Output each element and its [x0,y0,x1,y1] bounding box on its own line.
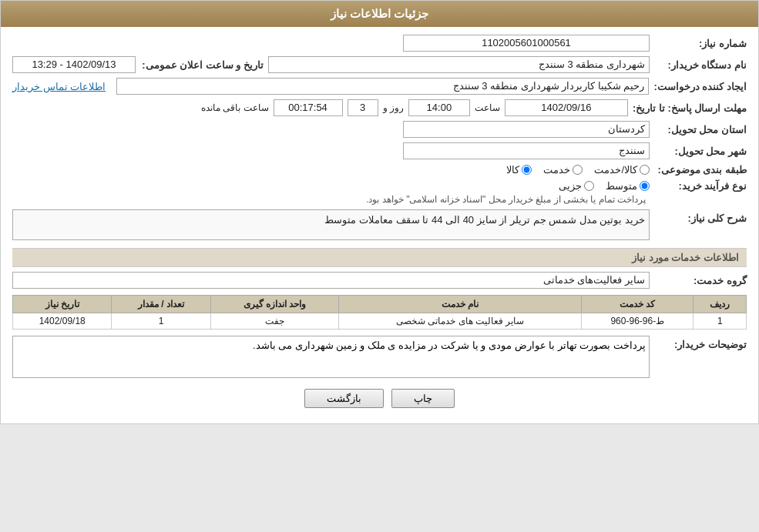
response-date: 1402/09/16 [505,99,628,116]
need-number-label: شماره نیاز: [654,38,747,49]
col-date: تاریخ نیاز [13,296,112,313]
city-value: سنندج [403,142,650,159]
col-unit: واحد اندازه گیری [210,296,338,313]
requester-value: رحیم شکیبا کاربردار شهرداری منطقه 3 سنند… [116,78,649,95]
radio-khedmat[interactable]: خدمت [543,164,583,176]
radio-jozi[interactable]: جزیی [559,180,594,192]
remaining-time-label: ساعت باقی مانده [201,102,269,113]
radio-kala[interactable]: کالا [506,164,532,176]
service-group-label: گروه خدمت: [654,275,747,286]
buyer-org-label: نام دستگاه خریدار: [654,59,747,71]
header-title: جزئیات اطلاعات نیاز [331,7,428,20]
city-label: شهر محل تحویل: [654,146,747,157]
announce-date-label: تاریخ و ساعت اعلان عمومی: [140,59,264,71]
services-table: ردیف کد خدمت نام خدمت واحد اندازه گیری ت… [12,295,747,330]
back-button[interactable]: بازگشت [304,389,384,408]
response-time-label: ساعت [475,102,500,113]
buyer-desc-textarea[interactable] [12,336,650,378]
province-value: کردستان [403,121,650,138]
province-label: استان محل تحویل: [654,124,747,136]
remaining-time: 00:17:54 [274,99,343,116]
print-button[interactable]: چاپ [391,389,455,408]
col-code: کد خدمت [582,296,694,313]
response-deadline-label: مهلت ارسال پاسخ: تا تاریخ: [633,102,747,114]
col-qty: تعداد / مقدار [112,296,210,313]
service-group-value: سایر فعالیت‌های خدماتی [12,272,650,289]
services-section-title: اطلاعات خدمات مورد نیاز [12,248,747,267]
need-desc-value: خرید بوتین مدل شمس جم تریلر از سایز 40 ا… [12,209,650,240]
purchase-note: پرداخت تمام یا بخشی از مبلغ خریدار محل "… [366,194,646,205]
purchase-type-radio-group: متوسط جزیی [366,180,650,192]
purchase-type-label: نوع فرآیند خرید: [654,180,747,192]
announce-date-value: 1402/09/13 - 13:29 [12,56,136,73]
col-radif: ردیف [694,296,747,313]
buyer-org-value: شهرداری منطقه 3 سنندج [268,56,650,73]
buyer-desc-label: توضیحات خریدار: [654,336,747,350]
category-radio-group: کالا/خدمت خدمت کالا [506,164,650,176]
requester-label: ایجاد کننده درخواست: [653,81,747,92]
days-value: 3 [348,99,378,116]
response-time: 14:00 [408,99,470,116]
days-label: روز و [383,102,404,113]
button-row: چاپ بازگشت [12,389,747,408]
table-row: 1ط-96-96-960سایر فعالیت های خدماتی شخصیج… [13,313,747,330]
col-name: نام خدمت [339,296,582,313]
need-number-value: 1102005601000561 [403,35,650,52]
radio-motavasset[interactable]: متوسط [606,180,650,192]
category-label: طبقه بندی موضوعی: [654,164,747,176]
page-header: جزئیات اطلاعات نیاز [1,1,758,27]
need-desc-label: شرح کلی نیاز: [654,209,747,224]
contact-link[interactable]: اطلاعات تماس خریدار [12,81,106,92]
radio-kala-khedmat[interactable]: کالا/خدمت [594,164,650,176]
